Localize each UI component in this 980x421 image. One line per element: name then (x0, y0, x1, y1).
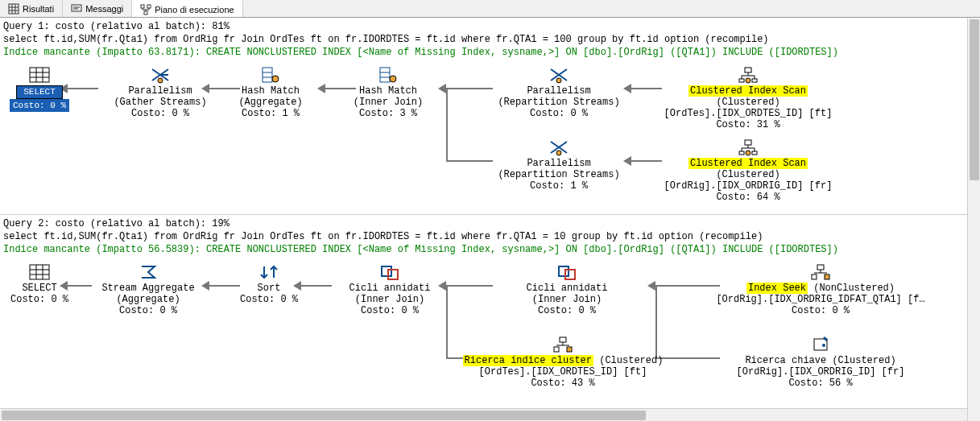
op-cost: Costo: 64 % (655, 192, 841, 203)
op-sub: (Inner Join) (494, 294, 639, 305)
op-parallelism-repartition-1[interactable]: Parallelism (Repartition Streams) Costo:… (486, 66, 631, 119)
op-index-seek[interactable]: Index Seek (NonClustered) [OrdRig].[IDX_… (712, 263, 929, 316)
svg-rect-44 (739, 151, 744, 155)
op-sub: [OrdRig].[IDX_ORDRIG_IDFAT_QTA1] [f… (712, 294, 929, 305)
scrollbar-thumb[interactable] (2, 411, 646, 411)
op-hash-join[interactable]: Hash Match (Inner Join) Costo: 3 % (332, 66, 445, 119)
aggregate-icon (137, 263, 159, 281)
op-label: Cicli annidati (494, 283, 639, 294)
op-cost: Costo: 0 % (10, 99, 69, 112)
svg-rect-64 (554, 347, 559, 352)
op-hash-aggregate[interactable]: Hash Match (Aggregate) Costo: 1 % (214, 66, 327, 119)
svg-rect-21 (263, 68, 272, 82)
parallelism-icon (548, 66, 570, 84)
key-lookup-icon (809, 336, 832, 353)
svg-point-28 (390, 76, 396, 82)
missing-index-hint[interactable]: Indice mancante (Impatto 63.8171): CREAT… (3, 47, 977, 58)
svg-rect-56 (817, 265, 824, 270)
op-cost: Costo: 0 % (3, 294, 76, 305)
op-nested-loops-1[interactable]: Cicli annidati (Inner Join) Costo: 0 % (317, 263, 462, 316)
svg-rect-61 (560, 337, 566, 342)
op-label: SELECT (3, 283, 76, 294)
op-sub: (Gather Streams) (88, 97, 233, 108)
index-seek-icon (809, 263, 832, 281)
op-label: Parallelism (88, 85, 233, 97)
select-icon (28, 66, 51, 84)
query-plan-2: Query 2: costo (relativo al batch): 19% … (0, 215, 980, 411)
op-clustered-index-scan-ft[interactable]: Clustered Index Scan (Clustered) [OrdTes… (655, 66, 841, 130)
op-stream-aggregate[interactable]: Stream Aggregate (Aggregate) Costo: 0 % (84, 263, 213, 316)
svg-point-46 (746, 151, 751, 155)
tab-label: Messaggi (85, 4, 123, 14)
query-sql: select ft.id,SUM(fr.Qta1) from OrdRig fr… (3, 34, 977, 45)
nested-loops-icon (556, 263, 578, 281)
op-cost: Costo: 0 % (486, 108, 631, 119)
arrow (655, 285, 720, 287)
op-label: Stream Aggregate (84, 283, 213, 294)
svg-rect-39 (745, 140, 751, 145)
index-scan-icon (737, 138, 759, 156)
op-clustered-index-seek-ft[interactable]: Ricerca indice cluster (Clustered) [OrdT… (462, 336, 664, 389)
op-cost: Costo: 1 % (214, 108, 327, 119)
svg-point-37 (746, 78, 751, 83)
svg-rect-59 (812, 274, 817, 279)
op-label: Parallelism (486, 85, 631, 97)
op-sort[interactable]: Sort Costo: 0 % (229, 263, 309, 305)
op-cost: Costo: 0 % (84, 305, 213, 316)
arrow-icon (647, 281, 655, 291)
svg-rect-36 (752, 79, 757, 82)
tab-label: Risultati (23, 4, 54, 14)
index-seek-icon (552, 336, 574, 353)
op-sub: [OrdTes].[IDX_ORDTES_ID] [ft] (462, 366, 664, 378)
op-label: Ricerca chiave (Clustered) (712, 355, 929, 366)
op-parallelism-repartition-2[interactable]: Parallelism (Repartition Streams) Costo:… (486, 138, 631, 192)
grid-icon (8, 3, 19, 14)
op-label: Hash Match (214, 85, 327, 97)
op-sub: [OrdTes].[IDX_ORDTES_ID] [ft] (655, 108, 841, 119)
svg-rect-47 (30, 265, 49, 279)
tab-results[interactable]: Risultati (0, 0, 63, 17)
tab-plan[interactable]: Piano di esecuzione (132, 0, 242, 17)
svg-rect-15 (30, 68, 49, 82)
tab-messages[interactable]: Messaggi (63, 0, 132, 17)
op-nested-loops-2[interactable]: Cicli annidati (Inner Join) Costo: 0 % (494, 263, 639, 316)
op-cost: Costo: 43 % (462, 378, 664, 389)
op-cost: Costo: 56 % (712, 378, 929, 389)
svg-point-29 (556, 78, 561, 83)
op-label: Ricerca indice cluster (Clustered) (462, 355, 664, 366)
op-parallelism-gather[interactable]: Parallelism (Gather Streams) Costo: 0 % (88, 66, 233, 119)
op-label: Sort (229, 283, 309, 294)
op-label: Cicli annidati (317, 283, 462, 294)
svg-point-67 (822, 344, 825, 347)
vertical-scrollbar[interactable] (967, 18, 980, 411)
parallelism-icon (149, 66, 172, 84)
scrollbar-thumb[interactable] (970, 19, 979, 180)
op-select[interactable]: SELECT Costo: 0 % (3, 66, 76, 112)
svg-rect-53 (388, 270, 398, 279)
op-clustered-index-scan-fr[interactable]: Clustered Index Scan (Clustered) [OrdRig… (655, 138, 841, 203)
horizontal-scrollbar[interactable] (0, 408, 967, 411)
op-label: Clustered Index Scan (Clustered) (655, 158, 841, 180)
op-label: Parallelism (486, 158, 631, 169)
op-select[interactable]: SELECT Costo: 0 % (3, 263, 76, 305)
hash-match-icon (259, 66, 282, 84)
op-cost: Costo: 0 % (229, 294, 309, 305)
op-cost: Costo: 0 % (317, 305, 462, 316)
op-label: SELECT (16, 85, 63, 99)
svg-point-38 (556, 151, 561, 155)
svg-rect-9 (147, 5, 151, 8)
op-key-lookup[interactable]: Ricerca chiave (Clustered) [OrdRig].[IDX… (712, 336, 929, 389)
op-cost: Costo: 0 % (494, 305, 639, 316)
svg-rect-8 (141, 5, 144, 8)
index-scan-icon (737, 66, 759, 84)
op-sub: (Aggregate) (84, 294, 213, 305)
select-icon (28, 263, 51, 281)
svg-rect-45 (752, 151, 757, 155)
missing-index-hint[interactable]: Indice mancante (Impatto 56.5839): CREAT… (3, 244, 977, 255)
sort-icon (258, 263, 280, 281)
svg-rect-52 (382, 266, 391, 276)
op-sub: (Repartition Streams) (486, 169, 631, 180)
op-sub: (Aggregate) (214, 97, 327, 108)
query-plan-1: Query 1: costo (relativo al batch): 81% … (0, 18, 980, 215)
arrow (655, 357, 720, 359)
